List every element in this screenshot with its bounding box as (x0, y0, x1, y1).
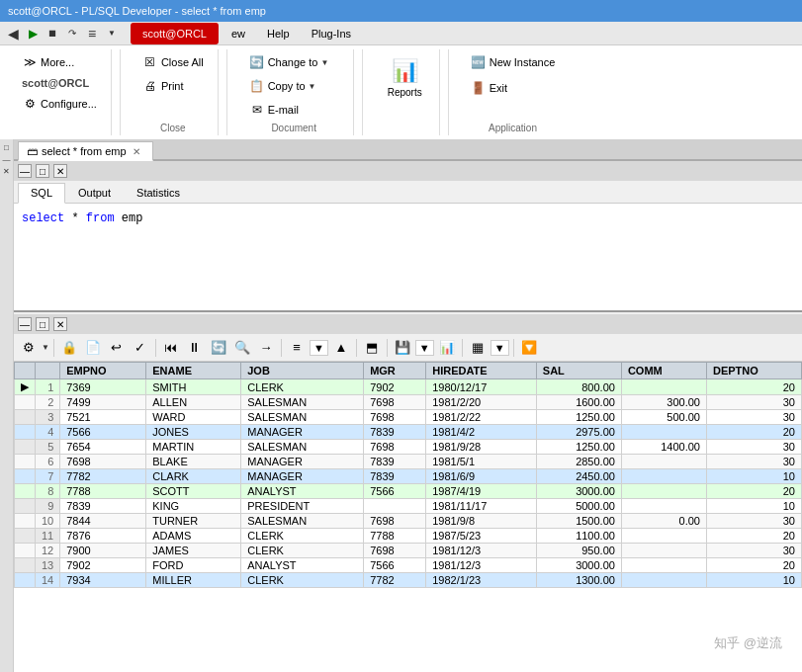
quick-access-stop[interactable]: ⏹ (44, 25, 61, 42)
sql-editor[interactable]: select * from emp (14, 204, 802, 312)
tab-user[interactable]: scott@ORCL (131, 23, 219, 44)
tb2-refresh[interactable]: ↩ (106, 337, 128, 359)
sep1 (120, 49, 121, 135)
tb2-prev[interactable]: ⏸ (184, 337, 206, 359)
table-row[interactable]: 2 7499 ALLEN SALESMAN 7698 1981/2/20 160… (15, 395, 802, 410)
cell-ename: SMITH (146, 379, 241, 395)
col-job[interactable]: JOB (241, 363, 364, 379)
col-empno[interactable]: EMPNO (60, 363, 146, 379)
cell-deptno: 20 (706, 558, 801, 573)
tb2-lock[interactable]: 🔒 (58, 337, 80, 359)
table-row[interactable]: 5 7654 MARTIN SALESMAN 7698 1981/9/28 12… (15, 440, 802, 455)
configure-button[interactable]: ⚙ Configure... (16, 93, 103, 115)
tb2-next[interactable]: 🔄 (208, 337, 229, 359)
cell-sal: 950.00 (536, 544, 621, 558)
table-row[interactable]: 11 7876 ADAMS CLERK 7788 1987/5/23 1100.… (15, 529, 802, 544)
inner-tab-output[interactable]: Output (65, 183, 124, 203)
table-row[interactable]: 7 7782 CLARK MANAGER 7839 1981/6/9 2450.… (15, 469, 802, 484)
table-row[interactable]: ▶ 1 7369 SMITH CLERK 7902 1980/12/17 800… (15, 379, 802, 395)
cell-ename: SCOTT (146, 484, 241, 499)
tb2-settings[interactable]: ⚙ (18, 337, 40, 359)
tb2-cols[interactable]: ▦ (467, 337, 489, 359)
ribbon-group-reports: 📊 Reports (371, 49, 440, 135)
col-sal[interactable]: SAL (536, 363, 621, 379)
tab-close-button[interactable]: ✕ (131, 145, 142, 157)
col-mgr[interactable]: MGR (364, 363, 426, 379)
side-ctrl-3[interactable]: ✕ (1, 165, 13, 177)
results-ctrl-min[interactable]: — (18, 317, 32, 331)
cell-empno: 7902 (60, 558, 146, 573)
side-ctrl-2[interactable]: — (1, 153, 13, 165)
tb2-copy[interactable]: 📄 (82, 337, 104, 359)
col-deptno[interactable]: DEPTNO (706, 363, 801, 379)
col-comm[interactable]: COMM (621, 363, 706, 379)
col-hiredate[interactable]: HIREDATE (426, 363, 537, 379)
tb2-save-dropdown[interactable]: ▼ (415, 340, 434, 356)
table-row[interactable]: 10 7844 TURNER SALESMAN 7698 1981/9/8 15… (15, 514, 802, 529)
table-row[interactable]: 12 7900 JAMES CLERK 7698 1981/12/3 950.0… (15, 544, 802, 558)
new-instance-button[interactable]: 🆕 New Instance (465, 51, 562, 73)
reports-button[interactable]: 📊 Reports (379, 51, 431, 103)
tb2-settings-arrow[interactable]: ▼ (42, 343, 49, 352)
quick-access-step[interactable]: ↷ (63, 25, 81, 42)
side-ctrl-1[interactable]: □ (1, 141, 13, 153)
results-ctrl-max[interactable]: □ (36, 317, 49, 331)
tb2-cols-dropdown[interactable]: ▼ (490, 340, 509, 356)
tb2-ok[interactable]: ✓ (130, 337, 151, 359)
tab-view[interactable]: ew (221, 23, 256, 44)
cell-comm (621, 529, 706, 544)
inner-tab-statistics[interactable]: Statistics (124, 183, 193, 203)
cell-comm (621, 469, 706, 484)
results-ctrl-close[interactable]: ✕ (53, 317, 67, 331)
tb2-filter[interactable]: 🔽 (518, 337, 540, 359)
email-button[interactable]: ✉ E-mail (243, 99, 345, 121)
row-num: 13 (36, 558, 60, 573)
close-all-button[interactable]: ☒ Close All (136, 51, 210, 73)
tb2-export[interactable]: ⬒ (361, 337, 383, 359)
table-row[interactable]: 14 7934 MILLER CLERK 7782 1982/1/23 1300… (15, 573, 802, 588)
table-row[interactable]: 13 7902 FORD ANALYST 7566 1981/12/3 3000… (15, 558, 802, 573)
cell-deptno: 30 (706, 544, 801, 558)
sub-ctrl-close[interactable]: ✕ (53, 164, 67, 178)
print-button[interactable]: 🖨 Print (136, 75, 190, 97)
tb2-up[interactable]: ▲ (330, 337, 352, 359)
tab-help[interactable]: Help (256, 23, 301, 44)
quick-access-commit[interactable]: ≡ (83, 25, 101, 42)
table-row[interactable]: 9 7839 KING PRESIDENT 1981/11/17 5000.00… (15, 499, 802, 514)
change-to-button[interactable]: 🔄 Change to ▼ (243, 51, 345, 73)
cell-comm: 0.00 (621, 514, 706, 529)
sub-ctrl-min[interactable]: — (18, 164, 32, 178)
cell-empno: 7934 (60, 573, 146, 588)
table-row[interactable]: 6 7698 BLAKE MANAGER 7839 1981/5/1 2850.… (15, 455, 802, 469)
cell-empno: 7521 (60, 410, 146, 425)
tb2-goto[interactable]: → (255, 337, 277, 359)
tb2-find[interactable]: 🔍 (231, 337, 253, 359)
quick-access-run[interactable]: ▶ (24, 25, 42, 42)
cell-ename: BLAKE (146, 455, 241, 469)
quick-access-back[interactable]: ◀ (4, 25, 22, 42)
user-label[interactable]: scott@ORCL (16, 74, 103, 92)
more-button[interactable]: ≫ More... (16, 51, 103, 73)
inner-tab-sql[interactable]: SQL (18, 183, 65, 204)
tb2-grid[interactable]: ≡ (286, 337, 308, 359)
sub-ctrl-max[interactable]: □ (36, 164, 49, 178)
cell-sal: 1100.00 (536, 529, 621, 544)
row-indicator (15, 544, 36, 558)
query-tab[interactable]: 🗃 select * from emp ✕ (18, 141, 153, 161)
cell-hiredate: 1987/5/23 (426, 529, 537, 544)
tab-plugins[interactable]: Plug-Ins (301, 23, 362, 44)
tb2-save[interactable]: 💾 (392, 337, 413, 359)
table-row[interactable]: 8 7788 SCOTT ANALYST 7566 1987/4/19 3000… (15, 484, 802, 499)
col-ename[interactable]: ENAME (146, 363, 241, 379)
copy-to-button[interactable]: 📋 Copy to ▼ (243, 75, 345, 97)
table-row[interactable]: 4 7566 JONES MANAGER 7839 1981/4/2 2975.… (15, 425, 802, 440)
cell-job: SALESMAN (241, 410, 364, 425)
tb2-first[interactable]: ⏮ (160, 337, 182, 359)
main-layout: □ — ✕ 🗃 select * from emp ✕ — □ ✕ SQL Ou… (0, 139, 802, 672)
tb2-view-dropdown[interactable]: ▼ (310, 340, 328, 356)
tb2-chart[interactable]: 📊 (436, 337, 458, 359)
quick-access-dropdown[interactable]: ▼ (103, 25, 121, 42)
table-row[interactable]: 3 7521 WARD SALESMAN 7698 1981/2/22 1250… (15, 410, 802, 425)
exit-button[interactable]: 🚪 Exit (465, 77, 513, 99)
cell-hiredate: 1981/4/2 (426, 425, 537, 440)
